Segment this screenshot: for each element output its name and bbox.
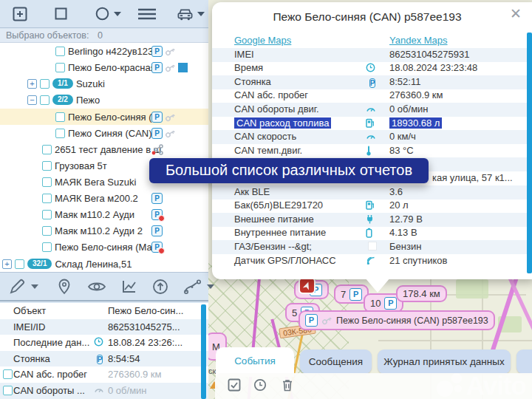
tree-item-pezho-belo-sinyaya-selected[interactable]: Пежо Бело-синяя (С P bbox=[0, 109, 208, 125]
tree-group-sklad-lenina[interactable]: + 32/1 Склад Ленина,51 bbox=[0, 256, 208, 272]
visibility-eye-icon[interactable] bbox=[87, 280, 106, 293]
vehicle-name: Пежо Бело-синяя (CAN) p587ee193 bbox=[336, 316, 488, 326]
map-distance-bubble[interactable]: 178.4 км bbox=[396, 285, 447, 302]
yandex-maps-link[interactable]: Yandex Maps bbox=[389, 35, 448, 46]
tab-events[interactable]: События bbox=[216, 347, 294, 377]
popup-row-time: Время 18.08.2024 23:23:48 bbox=[212, 61, 532, 75]
row-label-selected[interactable]: CAN расход топлива bbox=[234, 117, 331, 129]
circle-select-icon[interactable] bbox=[95, 7, 109, 21]
item-label: Berlingo н422ув123 bbox=[68, 46, 153, 57]
checkbox[interactable] bbox=[42, 194, 52, 203]
chevron-down-icon[interactable] bbox=[31, 284, 38, 289]
checkbox[interactable] bbox=[55, 63, 65, 72]
checkbox[interactable] bbox=[42, 242, 52, 252]
tree-group-suzuki[interactable]: + 1/1 Suzuki bbox=[0, 75, 208, 92]
row-value: 8:54:54 bbox=[108, 353, 140, 364]
tree-item-pezho-sinyaya[interactable]: Пежо Синяя (CAN) с P bbox=[0, 125, 208, 141]
google-maps-link[interactable]: Google Maps bbox=[234, 35, 291, 46]
clock-icon bbox=[94, 337, 106, 347]
delete-icon[interactable] bbox=[282, 378, 293, 392]
item-label: Грузовая 5т bbox=[55, 160, 107, 171]
chart-icon[interactable] bbox=[121, 279, 137, 294]
select-area-icon[interactable] bbox=[55, 7, 67, 20]
row-value: Бензин bbox=[389, 241, 421, 252]
distance-label: 178.4 км bbox=[403, 288, 440, 299]
group-label: Suzuki bbox=[76, 78, 105, 89]
row-label: CAN темп.двиг. bbox=[234, 145, 302, 156]
row-label: IMEI bbox=[234, 49, 254, 60]
location-pin-icon[interactable] bbox=[58, 279, 71, 295]
map-street bbox=[378, 340, 532, 341]
checkbox[interactable] bbox=[40, 79, 50, 89]
expand-icon[interactable]: + bbox=[2, 259, 12, 269]
parking-off-icon: P bbox=[151, 209, 163, 220]
add-object-icon[interactable] bbox=[13, 7, 27, 21]
checkbox[interactable] bbox=[42, 161, 52, 171]
map-vehicle-bubble[interactable]: P Пежо Бело-синяя (CAN) p587ee193 bbox=[299, 310, 495, 330]
cluster-count: 10 bbox=[370, 298, 381, 309]
cluster-count: 7 bbox=[341, 289, 346, 300]
tab-label: Сообщения bbox=[309, 356, 363, 367]
chevron-down-icon[interactable] bbox=[207, 284, 214, 289]
checkbox[interactable] bbox=[3, 369, 13, 379]
key-icon bbox=[164, 111, 177, 123]
parking-icon: P bbox=[151, 193, 163, 204]
selected-objects-header: Выбрано объектов: 0 bbox=[0, 29, 208, 43]
popup-scrollbar[interactable] bbox=[527, 33, 532, 273]
tab-messages[interactable]: Сообщения bbox=[300, 349, 372, 374]
checkbox[interactable] bbox=[15, 259, 24, 269]
tree-item-pezho-belo-sinyaya-mayak[interactable]: Пежо Бело-синяя (Мая P bbox=[0, 239, 208, 255]
tree-item-mayak-m110-audi[interactable]: Маяк м110.2 Ауди P bbox=[0, 206, 208, 222]
row-value-selected[interactable]: 18930.68 л bbox=[389, 117, 442, 129]
checkbox[interactable] bbox=[42, 210, 52, 219]
route-icon[interactable] bbox=[183, 279, 202, 295]
info-row-object: Объект Пежо Бело-син... bbox=[0, 303, 208, 319]
vehicle-position-marker[interactable] bbox=[299, 277, 316, 294]
sidebar: Выбрано объектов: 0 Berlingo н422ув123 P… bbox=[0, 0, 208, 399]
parking-icon: P bbox=[384, 297, 397, 310]
gauge-icon bbox=[366, 132, 379, 140]
chevron-down-icon[interactable] bbox=[197, 12, 205, 16]
collapse-icon[interactable]: − bbox=[27, 95, 37, 105]
chevron-down-icon[interactable] bbox=[114, 12, 121, 16]
sidebar-scrollbar[interactable] bbox=[201, 304, 206, 399]
parking-icon: P bbox=[305, 314, 318, 327]
parking-icon: P bbox=[151, 225, 163, 236]
send-command-icon[interactable] bbox=[152, 279, 168, 295]
edit-icon[interactable] bbox=[9, 279, 27, 295]
group-label: Склад Ленина,51 bbox=[55, 259, 132, 270]
tree-item-berlingo[interactable]: Berlingo н422ув123 P bbox=[0, 43, 208, 59]
parking-icon: P bbox=[349, 288, 362, 301]
select-all-checkbox-icon[interactable] bbox=[228, 378, 241, 392]
tree-item-2651-test[interactable]: 2651 тест давление в ш bbox=[0, 141, 208, 157]
checkbox[interactable] bbox=[42, 145, 52, 154]
expand-icon[interactable]: + bbox=[27, 79, 37, 89]
tree-item-mayak-m110-audi-2[interactable]: Маяк м110.2 Ауди 2 P bbox=[0, 222, 208, 239]
object-actions-toolbar bbox=[0, 272, 208, 301]
checkbox[interactable] bbox=[42, 226, 52, 236]
checkbox[interactable] bbox=[42, 177, 52, 187]
key-icon bbox=[321, 315, 333, 327]
checkbox[interactable] bbox=[55, 47, 65, 56]
tree-item-pezho-belo-krasnaya[interactable]: Пежо Бело-красная P bbox=[0, 59, 208, 75]
checkbox[interactable] bbox=[40, 95, 50, 105]
checkbox[interactable] bbox=[3, 386, 13, 395]
item-label: Пежо Бело-синяя (С bbox=[68, 112, 159, 123]
group-count-badge: 2/2 bbox=[52, 95, 73, 105]
list-view-icon[interactable] bbox=[137, 7, 157, 21]
row-label: CAN обороты двиг. bbox=[234, 103, 319, 115]
checkbox[interactable] bbox=[55, 112, 65, 122]
row-value: 4.13 В bbox=[389, 227, 417, 238]
tree-item-mayak-vega-m200[interactable]: МАЯК Вега м200.2 P bbox=[0, 190, 208, 206]
popup-row-tank: Бак(65л)BLE291720 20 л bbox=[212, 199, 532, 213]
tree-group-pezho[interactable]: − 2/2 Пежо bbox=[0, 92, 208, 108]
row-value: 12.79 В bbox=[389, 214, 423, 225]
popup-row-ble-battery: Акк BLE 3.6 bbox=[212, 185, 532, 200]
checkbox[interactable] bbox=[55, 129, 65, 138]
close-icon[interactable]: ✕ bbox=[510, 5, 522, 22]
row-label: CAN обороты ... bbox=[13, 385, 85, 396]
row-label: Объект bbox=[13, 305, 46, 316]
time-filter-icon[interactable] bbox=[253, 378, 267, 392]
row-label: Последние дан... bbox=[13, 337, 89, 348]
vehicle-filter-icon[interactable] bbox=[177, 7, 194, 21]
